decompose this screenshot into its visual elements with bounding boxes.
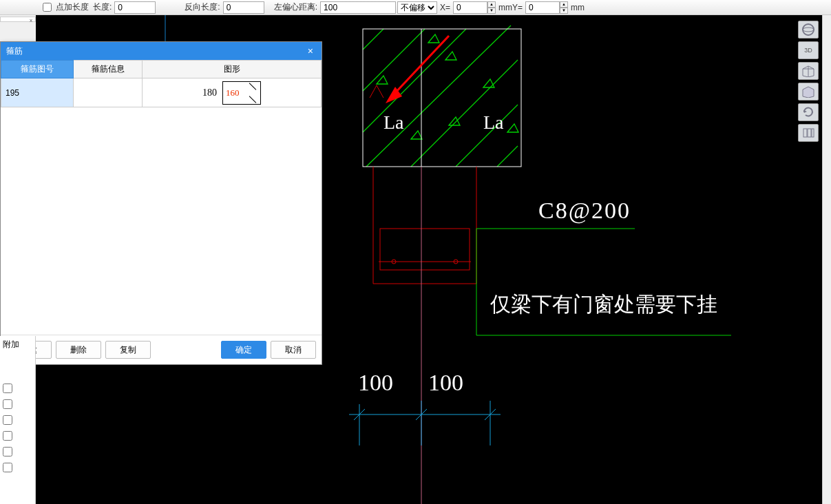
- add-length-checkbox[interactable]: [43, 3, 52, 12]
- length-input[interactable]: [114, 1, 156, 14]
- layers-icon[interactable]: [798, 124, 819, 142]
- x-down-icon[interactable]: ▼: [487, 8, 496, 14]
- svg-line-2: [363, 29, 425, 91]
- left-panel: 附加: [0, 336, 36, 504]
- svg-rect-8: [363, 29, 521, 167]
- view-tools: 3D: [796, 21, 821, 142]
- option-checkbox-1[interactable]: [3, 384, 12, 393]
- reverse-length-label: 反向长度:: [185, 1, 220, 13]
- x-up-icon[interactable]: ▲: [487, 1, 496, 8]
- col-num-header[interactable]: 箍筋图号: [1, 61, 74, 78]
- option-checkbox-2[interactable]: [3, 399, 12, 409]
- cell-shape[interactable]: 180 160: [143, 78, 322, 107]
- cube-3d-icon[interactable]: 3D: [798, 41, 819, 59]
- left-offset-label: 左偏心距离:: [274, 1, 317, 13]
- delete-button[interactable]: 删除: [56, 341, 101, 359]
- svg-rect-32: [803, 129, 807, 137]
- svg-rect-33: [808, 129, 811, 137]
- stirrup-dialog: 箍筋 × 箍筋图号 箍筋信息 图形 195 180 160 新建 删除 复制: [0, 41, 322, 365]
- dialog-title-text: 箍筋: [6, 45, 23, 57]
- dim-100-2: 100: [428, 370, 463, 395]
- dialog-titlebar[interactable]: 箍筋 ×: [1, 42, 322, 60]
- note-text: 仅梁下有门窗处需要下挂: [490, 293, 717, 315]
- cancel-button[interactable]: 取消: [271, 341, 316, 359]
- top-toolbar: 点加长度 长度: 反向长度: 左偏心距离: 不偏移 X= ▲▼ mmY= ▲▼ …: [0, 0, 831, 15]
- shape-preview: 160: [222, 81, 261, 105]
- reverse-length-input[interactable]: [223, 1, 264, 14]
- la-text-1: La: [383, 112, 404, 133]
- shape-dim-160: 160: [226, 87, 240, 98]
- table-row[interactable]: 195 180 160: [1, 78, 322, 107]
- y-label: mmY=: [498, 3, 523, 12]
- option-checkbox-3[interactable]: [3, 415, 12, 425]
- x-label: X=: [440, 3, 450, 12]
- dim-100-1: 100: [358, 370, 393, 395]
- cell-num[interactable]: 195: [1, 78, 74, 107]
- cube-side-icon[interactable]: [798, 83, 819, 101]
- copy-button[interactable]: 复制: [105, 341, 151, 359]
- fujia-label: 附加: [3, 339, 32, 350]
- option-checkbox-4[interactable]: [3, 431, 12, 441]
- offset-select[interactable]: 不偏移: [397, 1, 437, 14]
- y-input[interactable]: [525, 1, 560, 14]
- svg-point-30: [803, 24, 814, 35]
- ok-button[interactable]: 确定: [221, 341, 266, 359]
- dialog-close-button[interactable]: ×: [305, 45, 316, 56]
- la-text-2: La: [483, 112, 504, 133]
- dialog-buttons: 新建 删除 复制 确定 取消: [1, 335, 322, 364]
- x-input[interactable]: [453, 1, 487, 14]
- grid-empty-area: [1, 107, 322, 335]
- y-up-icon[interactable]: ▲: [560, 1, 568, 8]
- svg-point-31: [803, 28, 814, 32]
- option-checkbox-6[interactable]: [3, 463, 12, 472]
- rotate-icon[interactable]: [798, 103, 819, 121]
- svg-rect-34: [812, 129, 814, 137]
- shape-dim-180: 180: [202, 87, 217, 98]
- cell-info[interactable]: [74, 78, 143, 107]
- rebar-text: C8@200: [538, 198, 631, 224]
- col-shape-header[interactable]: 图形: [143, 61, 322, 78]
- right-strip: [822, 15, 831, 504]
- svg-line-7: [497, 146, 518, 167]
- mm-label: mm: [571, 3, 585, 12]
- panel-close-strip[interactable]: x: [0, 17, 36, 22]
- col-info-header[interactable]: 箍筋信息: [74, 61, 143, 78]
- option-checkbox-5[interactable]: [3, 447, 12, 456]
- y-down-icon[interactable]: ▼: [560, 8, 568, 14]
- add-length-label: 点加长度: [56, 1, 89, 13]
- length-label: 长度:: [93, 1, 112, 13]
- close-icon: x: [30, 17, 32, 23]
- nav-orbit-icon[interactable]: [798, 21, 819, 39]
- svg-line-1: [363, 29, 383, 50]
- svg-line-3: [363, 29, 466, 132]
- left-offset-input[interactable]: [320, 1, 396, 14]
- cube-front-icon[interactable]: [798, 62, 819, 80]
- stirrup-grid: 箍筋图号 箍筋信息 图形 195 180 160: [1, 60, 322, 107]
